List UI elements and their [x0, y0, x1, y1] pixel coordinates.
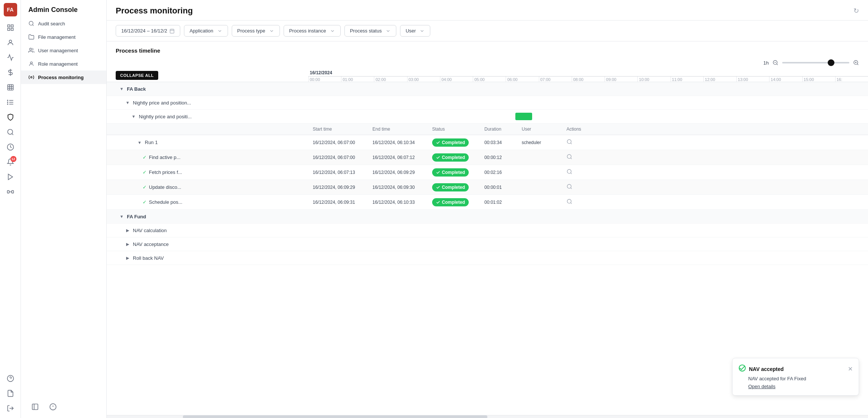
collapse-all-button[interactable]: COLLAPSE ALL	[116, 71, 158, 80]
fetch-prices-data: 16/12/2024, 06:07:13 16/12/2024, 06:09:2…	[308, 168, 868, 177]
nav-accept-chevron[interactable]: ▶	[125, 241, 131, 247]
nightly-2-chevron[interactable]: ▼	[131, 113, 137, 119]
fa-fund-chevron[interactable]: ▼	[119, 213, 125, 219]
sidebar-icon-clock[interactable]	[4, 140, 17, 154]
svg-rect-37	[170, 29, 174, 33]
nightly-1-chevron[interactable]: ▼	[125, 100, 131, 106]
sidebar-icon-grid[interactable]	[4, 81, 17, 94]
nightly-2-label: ▼ Nightly price and positi...	[107, 110, 308, 123]
sidebar-icon-shield[interactable]	[4, 110, 17, 124]
user-filter[interactable]: User	[400, 25, 430, 37]
rollback-nav-chevron[interactable]: ▶	[125, 255, 131, 261]
schedule-pos-duration: 00:01:02	[484, 200, 522, 205]
sidebar-icon-dollar[interactable]	[4, 66, 17, 79]
run-1-check-icon	[436, 140, 440, 145]
nav-accept-label: ▶ NAV acceptance	[107, 237, 308, 251]
run-1-action-icon[interactable]	[566, 139, 572, 145]
run-1-data: 16/12/2024, 06:07:00 16/12/2024, 06:10:3…	[308, 138, 868, 147]
fa-back-chevron[interactable]: ▼	[119, 86, 125, 92]
zoom-label: 1h	[764, 60, 769, 66]
tick-0500: 05:00	[473, 77, 506, 82]
scroll-thumb	[183, 415, 487, 418]
topbar-right: ↻	[853, 7, 859, 15]
fetch-prices-action-icon[interactable]	[566, 169, 572, 175]
sidebar-icon-list[interactable]	[4, 96, 17, 109]
date-range-filter[interactable]: 16/12/2024 – 16/12/2	[116, 25, 180, 37]
th-user: User	[522, 127, 566, 132]
find-active-start: 16/12/2024, 06:07:00	[313, 155, 372, 160]
nav-info-btn[interactable]	[46, 400, 60, 414]
tick-0300: 03:00	[407, 77, 440, 82]
nav-label-audit-search: Audit search	[38, 21, 65, 26]
sidebar-icon-bell[interactable]: 12	[4, 155, 17, 169]
nav-calc-chevron[interactable]: ▶	[125, 227, 131, 233]
schedule-pos-actions	[566, 199, 864, 206]
find-active-action-icon[interactable]	[566, 154, 572, 160]
process-type-filter[interactable]: Process type	[232, 25, 280, 37]
run-1-duration: 00:03:34	[484, 140, 522, 145]
notif-body: NAV accepted for FA Fixed	[739, 376, 853, 381]
sidebar-icon-help[interactable]	[4, 372, 17, 385]
zoom-in-icon[interactable]	[853, 60, 859, 66]
th-columns: Start time End time Status Duration User…	[308, 124, 868, 135]
notif-open-details-link[interactable]: Open details	[739, 384, 853, 389]
nav-calc-timeline	[308, 224, 868, 237]
nav-label-role-management: Role management	[38, 61, 78, 67]
update-disco-action-icon[interactable]	[566, 184, 572, 190]
sidebar-icon-logout[interactable]	[4, 402, 17, 415]
run-1-chevron[interactable]: ▼	[137, 140, 143, 146]
svg-rect-32	[32, 404, 38, 410]
group-row-fa-fund: ▼ FA Fund	[107, 210, 868, 224]
find-active-status-badge: Completed	[432, 153, 469, 162]
nav-collapse-btn[interactable]	[28, 400, 42, 414]
tick-16: 16:	[835, 77, 868, 82]
schedule-pos-check: ✓	[143, 199, 147, 205]
update-disco-check: ✓	[143, 184, 147, 190]
rollback-nav-name: Roll back NAV	[133, 255, 164, 261]
sidebar-icon-connector[interactable]	[4, 185, 17, 199]
process-instance-chevron-icon	[330, 28, 335, 34]
svg-line-45	[857, 64, 858, 65]
run-1-label: ▼ Run 1	[107, 136, 308, 149]
update-disco-label: ✓ Update disco...	[107, 181, 308, 194]
rollback-nav-timeline	[308, 251, 868, 265]
nav-title: Admin Console	[28, 6, 99, 14]
scroll-track[interactable]	[107, 415, 868, 418]
svg-point-30	[30, 62, 32, 64]
refresh-icon[interactable]: ↻	[853, 7, 859, 15]
application-filter[interactable]: Application	[184, 25, 228, 37]
sidebar-icon-play[interactable]	[4, 170, 17, 184]
svg-point-16	[7, 104, 8, 104]
nav-item-process-monitoring[interactable]: Process monitoring	[21, 71, 106, 84]
zoom-out-icon[interactable]	[772, 60, 778, 66]
notif-close-button[interactable]: ✕	[848, 365, 853, 372]
th-duration: Duration	[484, 127, 522, 132]
svg-point-31	[31, 77, 32, 78]
run-1-status-badge: Completed	[432, 138, 469, 147]
svg-rect-21	[7, 191, 9, 193]
th-empty	[107, 124, 308, 135]
sidebar-icon-home[interactable]	[4, 21, 17, 34]
sidebar-icon-chart[interactable]	[4, 51, 17, 64]
nav-item-file-management[interactable]: File management	[21, 30, 106, 44]
app-logo[interactable]: FA	[4, 3, 17, 16]
schedule-pos-name: Schedule pos...	[149, 199, 182, 205]
group-row-nightly-1: ▼ Nightly price and position...	[107, 96, 868, 110]
process-monitoring-icon	[28, 74, 34, 80]
sidebar-icon-search[interactable]	[4, 125, 17, 139]
fetch-prices-actions	[566, 169, 864, 176]
nav-item-role-management[interactable]: Role management	[21, 57, 106, 71]
process-status-filter[interactable]: Process status	[344, 25, 396, 37]
sidebar-icon-users[interactable]	[4, 36, 17, 49]
process-instance-filter[interactable]: Process instance	[284, 25, 341, 37]
schedule-pos-end: 16/12/2024, 06:10:33	[372, 200, 432, 205]
nav-item-user-management[interactable]: User management	[21, 44, 106, 57]
sidebar: FA 12	[0, 0, 21, 418]
schedule-pos-action-icon[interactable]	[566, 199, 572, 205]
find-active-end: 16/12/2024, 06:07:12	[372, 155, 432, 160]
tick-0200: 02:00	[374, 77, 407, 82]
timeline-controls: 1h	[107, 57, 868, 69]
zoom-slider[interactable]	[782, 62, 849, 63]
sidebar-icon-document[interactable]	[4, 387, 17, 400]
nav-item-audit-search[interactable]: Audit search	[21, 17, 106, 30]
